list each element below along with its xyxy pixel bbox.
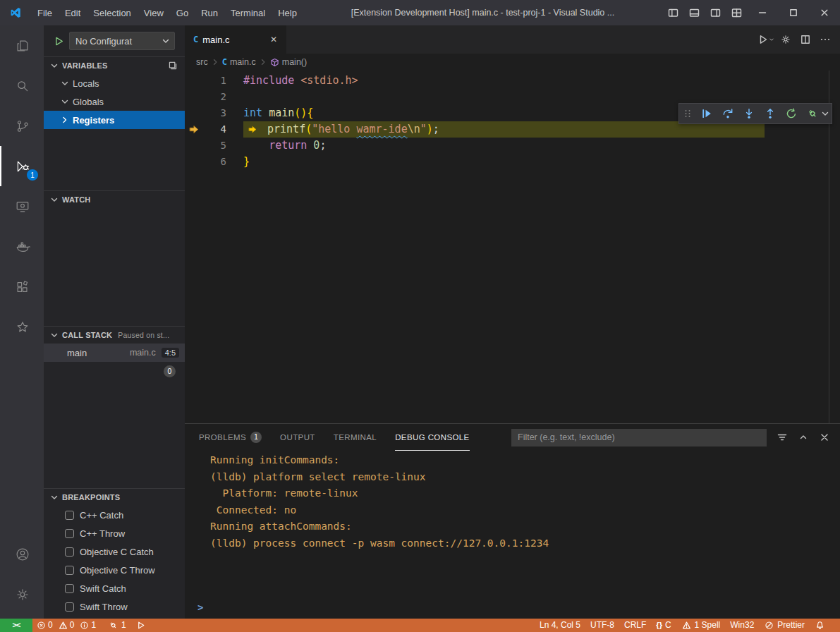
tab-main-c[interactable]: C main.c ✕ — [185, 25, 286, 54]
activity-item-favorites[interactable] — [0, 307, 44, 347]
checkbox[interactable] — [65, 584, 74, 593]
close-button[interactable] — [809, 0, 840, 25]
chevron-down-icon[interactable] — [820, 108, 831, 119]
variables-header[interactable]: VARIABLES — [44, 57, 185, 74]
panel-tab-terminal[interactable]: TERMINAL — [334, 424, 377, 451]
glyph-margin[interactable] — [185, 105, 204, 121]
call-stack-header[interactable]: CALL STACK Paused on st... — [44, 327, 185, 344]
customize-layout-icon[interactable] — [726, 3, 747, 23]
toggle-secondary-sidebar-icon[interactable] — [705, 3, 726, 23]
menu-selection[interactable]: Selection — [87, 0, 137, 25]
restart-button[interactable] — [781, 104, 801, 123]
status-ports[interactable]: 1 — [103, 619, 131, 632]
menu-help[interactable]: Help — [272, 0, 303, 25]
toggle-sidebar-icon[interactable] — [662, 3, 683, 23]
activity-item-manage[interactable] — [0, 574, 44, 614]
code-editor[interactable]: 1#include <stdio.h>23int main(){4printf(… — [185, 71, 840, 423]
collapse-all-icon[interactable] — [168, 61, 178, 71]
checkbox[interactable] — [65, 529, 74, 538]
activity-item-source-control[interactable] — [0, 106, 44, 146]
console-filter-input[interactable] — [511, 429, 767, 446]
continue-button[interactable] — [697, 104, 716, 123]
variables-item-globals[interactable]: Globals — [44, 92, 185, 111]
activity-item-extensions[interactable] — [0, 267, 44, 307]
status-platform[interactable]: Win32 — [725, 619, 759, 632]
breakpoint-c-throw[interactable]: C++ Throw — [44, 524, 185, 542]
activity-item-docker[interactable] — [0, 226, 44, 267]
chevron-down-icon — [59, 78, 71, 89]
status-language-mode[interactable]: {} C — [651, 619, 676, 632]
menu-edit[interactable]: Edit — [59, 0, 87, 25]
checkbox[interactable] — [65, 511, 74, 520]
menu-terminal[interactable]: Terminal — [224, 0, 272, 25]
step-out-button[interactable] — [760, 104, 779, 123]
tab-close-icon[interactable]: ✕ — [267, 32, 281, 47]
debug-config-dropdown[interactable]: No Configurat — [69, 32, 175, 50]
panel-tab-debug-console[interactable]: DEBUG CONSOLE — [395, 424, 470, 451]
gear-icon[interactable] — [777, 30, 795, 49]
breakpoint-c-catch[interactable]: C++ Catch — [44, 506, 185, 524]
watch-header[interactable]: WATCH — [44, 191, 185, 208]
breakpoint-swift-throw[interactable]: Swift Throw — [44, 597, 185, 616]
checkbox[interactable] — [65, 566, 74, 575]
status-cursor-position[interactable]: Ln 4, Col 5 — [535, 619, 585, 632]
maximize-button[interactable] — [778, 0, 809, 25]
glyph-margin[interactable] — [185, 73, 204, 89]
drag-handle-icon[interactable] — [682, 108, 693, 119]
debug-console-output[interactable]: Running initCommands:(lldb) platform sel… — [185, 451, 840, 552]
split-editor-icon[interactable] — [796, 30, 815, 49]
breadcrumb-src[interactable]: src — [196, 57, 208, 67]
maximize-panel-icon[interactable] — [796, 430, 810, 444]
status-notifications[interactable] — [810, 619, 830, 632]
close-panel-icon[interactable] — [817, 430, 832, 444]
start-debug-icon[interactable] — [54, 36, 64, 47]
breakpoint-objective-c-catch[interactable]: Objective C Catch — [44, 542, 185, 561]
disconnect-button[interactable] — [803, 104, 822, 123]
status-encoding[interactable]: UTF-8 — [585, 619, 619, 632]
debug-current-line-arrow-icon[interactable] — [185, 121, 204, 138]
panel-tab-output[interactable]: OUTPUT — [280, 424, 315, 451]
menu-run[interactable]: Run — [195, 0, 224, 25]
menu-view[interactable]: View — [138, 0, 170, 25]
activity-item-remote-explorer[interactable] — [0, 186, 44, 226]
menu-file[interactable]: File — [31, 0, 59, 25]
panel-tab-problems[interactable]: PROBLEMS1 — [199, 424, 262, 451]
breakpoints-header[interactable]: BREAKPOINTS — [44, 489, 185, 506]
checkbox[interactable] — [65, 602, 74, 612]
status-problems[interactable]: 0 0 1 — [32, 619, 103, 632]
chevron-down-icon[interactable] — [768, 30, 775, 49]
menu-go[interactable]: Go — [170, 0, 195, 25]
more-actions-icon[interactable] — [816, 30, 834, 49]
glyph-margin[interactable] — [185, 89, 204, 105]
activity-item-explorer[interactable] — [0, 25, 44, 66]
breadcrumb-symbol[interactable]: main() — [270, 57, 307, 67]
step-into-button[interactable] — [739, 104, 758, 123]
activity-item-accounts[interactable] — [0, 534, 44, 574]
toggle-panel-icon[interactable] — [683, 3, 705, 23]
breadcrumb-file[interactable]: C main.c — [222, 57, 256, 67]
code-line-5[interactable]: 5 return 0; — [185, 138, 840, 154]
console-prompt[interactable]: > — [197, 602, 203, 613]
activity-item-search[interactable] — [0, 66, 44, 106]
console-options-icon[interactable] — [775, 430, 789, 444]
step-over-button[interactable] — [718, 104, 737, 123]
remote-indicator[interactable]: >< — [0, 619, 32, 632]
code-line-1[interactable]: 1#include <stdio.h> — [185, 73, 840, 89]
variables-item-locals[interactable]: Locals — [44, 74, 185, 92]
call-stack-frame[interactable]: main main.c 4:5 — [44, 344, 185, 362]
checkbox[interactable] — [65, 547, 74, 557]
status-debug-target[interactable] — [131, 619, 152, 632]
status-prettier[interactable]: Prettier — [759, 619, 810, 632]
status-eol[interactable]: CRLF — [619, 619, 651, 632]
code-line-6[interactable]: 6} — [185, 154, 840, 170]
minimize-button[interactable] — [747, 0, 778, 25]
glyph-margin[interactable] — [185, 138, 204, 154]
call-stack-extra-row: 0 — [44, 362, 185, 380]
variables-item-registers[interactable]: Registers — [44, 111, 185, 129]
status-spell[interactable]: 1 Spell — [676, 619, 726, 632]
frame-file: main.c — [130, 348, 156, 358]
activity-item-run-and-debug[interactable]: 1 — [0, 146, 44, 186]
glyph-margin[interactable] — [185, 154, 204, 170]
breakpoint-swift-catch[interactable]: Swift Catch — [44, 579, 185, 597]
breakpoint-objective-c-throw[interactable]: Objective C Throw — [44, 561, 185, 579]
